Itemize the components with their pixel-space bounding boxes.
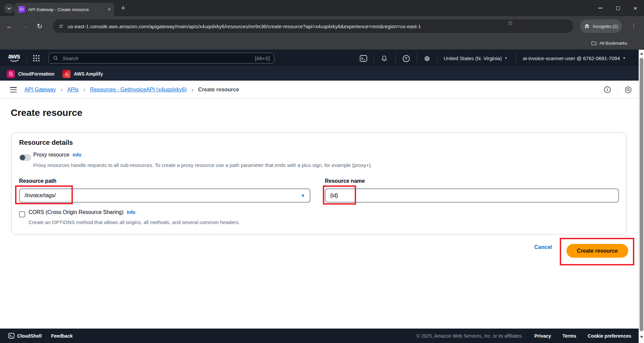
region-selector[interactable]: United States (N. Virginia) ▼: [444, 50, 507, 67]
cors-label: CORS (Cross Origin Resource Sharing): [29, 209, 123, 215]
scrollbar-up-arrow[interactable]: [640, 52, 643, 55]
cors-checkbox[interactable]: [19, 211, 25, 217]
info-glyph: i: [607, 87, 608, 92]
minimize-icon: [598, 8, 602, 8]
bookmark-star-icon[interactable]: ☆: [507, 16, 513, 30]
breadcrumb-apis[interactable]: APIs: [67, 87, 79, 93]
info-panel-icon[interactable]: i: [604, 86, 611, 93]
proxy-resource-row: Proxy resource Info: [33, 152, 81, 158]
address-bar[interactable]: us-east-1.console.aws.amazon.com/apigate…: [53, 19, 573, 33]
favorite-aws-amplify[interactable]: AWS Amplify: [62, 70, 103, 78]
breadcrumb-resources[interactable]: Resources - GetInvoiceAPI (x4uqolxky6): [90, 87, 187, 93]
question-glyph: ?: [405, 56, 407, 61]
favorite-cloudformation[interactable]: CloudFormation: [7, 70, 54, 78]
back-button[interactable]: ←: [5, 22, 13, 30]
all-bookmarks-button[interactable]: All Bookmarks: [591, 36, 627, 50]
scrollbar-thumb[interactable]: [640, 58, 643, 331]
breadcrumb-separator-icon: ›: [83, 86, 85, 93]
breadcrumb: API Gateway › APIs › Resources - GetInvo…: [24, 81, 239, 99]
cookie-preferences-link[interactable]: Cookie preferences: [588, 333, 631, 339]
services-grid-icon[interactable]: [33, 55, 40, 61]
nav-divider: [27, 54, 27, 62]
search-input[interactable]: [62, 55, 252, 61]
search-icon: [53, 55, 58, 61]
close-icon: ×: [633, 5, 637, 11]
bookmarks-divider: [586, 40, 586, 46]
proxy-resource-toggle[interactable]: [19, 154, 31, 161]
tab-close-icon[interactable]: ×: [108, 7, 111, 12]
resource-name-input[interactable]: [325, 188, 619, 203]
account-label: ai-invoice-scanner-user @ 6762-0691-7094: [523, 55, 620, 61]
cancel-button[interactable]: Cancel: [534, 244, 552, 250]
toggle-knob: [20, 155, 25, 160]
favorite-label: CloudFormation: [18, 71, 54, 77]
privacy-link[interactable]: Privacy: [534, 333, 551, 339]
incognito-badge[interactable]: Incognito (2): [580, 19, 622, 33]
tab-search-button[interactable]: [4, 3, 14, 13]
site-info-icon[interactable]: [58, 24, 64, 29]
breadcrumb-api-gateway[interactable]: API Gateway: [24, 87, 56, 93]
aws-footer: CloudShell Feedback © 2025, Amazon Web S…: [0, 329, 644, 343]
proxy-resource-description: Proxy resources handle requests to all s…: [33, 162, 372, 168]
proxy-resource-label: Proxy resource: [33, 152, 69, 158]
footer-cloudshell-button[interactable]: CloudShell: [8, 333, 42, 339]
aws-search-box[interactable]: [Alt+S]: [49, 53, 274, 63]
aws-favorites-bar: CloudFormation AWS Amplify: [0, 67, 644, 81]
incognito-label: Incognito (2): [593, 24, 618, 29]
create-resource-button[interactable]: Create resource: [566, 244, 628, 258]
browser-menu-button[interactable]: ⋮: [630, 22, 638, 30]
chevron-down-icon: ▼: [504, 56, 507, 60]
cors-row: CORS (Cross Origin Resource Sharing) Inf…: [29, 209, 135, 215]
notifications-bell-icon[interactable]: [380, 54, 388, 62]
amazon-q-hexagon-icon[interactable]: [625, 86, 632, 94]
proxy-info-link[interactable]: Info: [73, 152, 82, 158]
forward-button[interactable]: →: [21, 22, 29, 30]
nav-divider: [416, 54, 417, 62]
bookmarks-bar: All Bookmarks: [0, 36, 644, 50]
url-text: us-east-1.console.aws.amazon.com/apigate…: [68, 24, 421, 29]
help-icon[interactable]: ?: [402, 54, 410, 62]
favorite-label: AWS Amplify: [74, 71, 103, 77]
cloudshell-label: CloudShell: [17, 333, 42, 339]
resource-name-label: Resource name: [325, 178, 365, 184]
terms-link[interactable]: Terms: [562, 333, 576, 339]
main-content: Create resource Resource details Proxy r…: [0, 99, 644, 329]
cloudshell-terminal-icon: [8, 333, 14, 339]
chrome-tab-strip: API Gateway - Create resource × + ×: [0, 0, 644, 16]
breadcrumb-current: Create resource: [198, 87, 239, 93]
browser-tab[interactable]: API Gateway - Create resource ×: [14, 3, 114, 16]
footer-feedback-button[interactable]: Feedback: [51, 333, 73, 339]
window-maximize-button[interactable]: [609, 0, 627, 16]
nav-divider: [516, 54, 516, 62]
folder-icon: [591, 41, 597, 45]
api-gateway-favicon-icon: [18, 6, 25, 13]
section-title: Resource details: [19, 139, 73, 146]
breadcrumb-separator-icon: ›: [60, 86, 62, 93]
screen: API Gateway - Create resource × + × ← → …: [0, 0, 644, 343]
settings-gear-icon[interactable]: [423, 54, 431, 62]
nav-divider: [437, 54, 437, 62]
aws-logo-text: aws: [8, 53, 20, 59]
chevron-down-icon: ▼: [623, 56, 626, 60]
tab-title: API Gateway - Create resource: [28, 7, 105, 12]
page-scrollbar[interactable]: [639, 50, 644, 343]
aws-top-nav: aws [Alt+S]: [0, 50, 644, 67]
scrollbar-down-arrow[interactable]: [640, 336, 643, 338]
aws-logo[interactable]: aws: [8, 53, 20, 63]
new-tab-button[interactable]: +: [119, 4, 128, 13]
window-minimize-button[interactable]: [592, 0, 609, 16]
breadcrumb-tools: i: [604, 81, 632, 99]
window-close-button[interactable]: ×: [627, 0, 644, 16]
hamburger-menu-icon[interactable]: [10, 87, 17, 92]
reload-button[interactable]: ↻: [36, 22, 44, 30]
chrome-toolbar: ← → ↻ us-east-1.console.aws.amazon.com/a…: [0, 16, 644, 36]
resource-path-select[interactable]: /invoice/tags/ ▼: [19, 188, 310, 203]
cloudshell-terminal-icon[interactable]: [359, 54, 367, 62]
cors-description: Create an OPTIONS method that allows all…: [29, 219, 240, 225]
tools-divider: [617, 86, 618, 94]
page-title: Create resource: [11, 108, 82, 118]
nav-divider: [395, 54, 396, 62]
account-menu[interactable]: ai-invoice-scanner-user @ 6762-0691-7094…: [523, 50, 626, 67]
resource-details-card: Resource details Proxy resource Info Pro…: [11, 132, 627, 234]
cors-info-link[interactable]: Info: [127, 210, 136, 215]
